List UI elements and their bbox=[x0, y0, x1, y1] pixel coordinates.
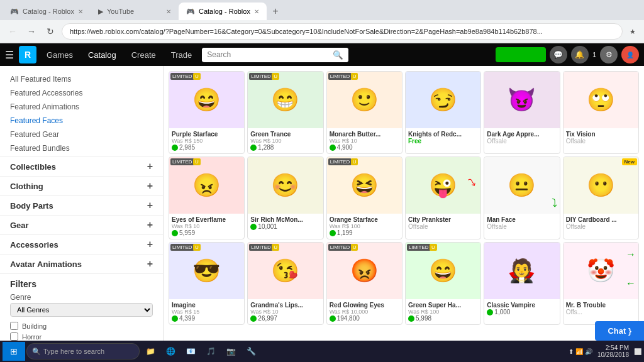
item-16-face: 🧛 bbox=[508, 258, 536, 284]
catalog-item-17[interactable]: 🤡 → ← Mr. B Trouble Offs... bbox=[563, 242, 639, 325]
taskbar-app-2[interactable]: 🌐 bbox=[161, 342, 180, 361]
item-15-was: Was R$ 100 bbox=[408, 309, 478, 315]
notification-button[interactable]: 🔔 bbox=[571, 46, 589, 63]
item-11-price: Offsale bbox=[566, 223, 636, 230]
back-button[interactable]: ← bbox=[5, 24, 20, 39]
item-10-price: Offsale bbox=[487, 223, 557, 230]
item-13-u-badge: U bbox=[272, 244, 279, 251]
catalog-item-15[interactable]: LIMITED U 😄 Green Super Ha... Was R$ 100… bbox=[405, 242, 481, 325]
robux-button[interactable] bbox=[496, 47, 546, 62]
sidebar-body-parts[interactable]: Body Parts + bbox=[0, 195, 163, 215]
tab-3[interactable]: 🎮 Catalog - Roblox ✕ bbox=[179, 3, 267, 20]
sidebar-featured-gear[interactable]: Featured Gear bbox=[0, 128, 163, 141]
filter-building[interactable]: Building bbox=[10, 321, 153, 331]
taskbar: ⊞ 🔍 Type here to search 📁 🌐 📧 🎵 📷 🔧 ⬆ 📶 … bbox=[0, 341, 644, 362]
chat-icon-button[interactable]: 💬 bbox=[550, 46, 567, 63]
item-14-name: Red Glowing Eyes bbox=[330, 302, 399, 309]
sidebar-featured-faces[interactable]: Featured Faces bbox=[0, 114, 163, 128]
roblox-logo[interactable]: R bbox=[19, 46, 36, 63]
nav-catalog[interactable]: Catalog bbox=[83, 50, 121, 60]
item-7-info: Sir Rich McMon... 10,001 bbox=[248, 214, 323, 233]
catalog-item-7[interactable]: 😊 Sir Rich McMon... 10,001 bbox=[247, 156, 323, 239]
new-tab-button[interactable]: + bbox=[267, 3, 284, 20]
nav-create[interactable]: Create bbox=[126, 50, 161, 60]
item-12-price: 4,399 bbox=[172, 315, 242, 322]
catalog-item-13[interactable]: LIMITED U 😘 Grandma's Lips... Was R$ 10 … bbox=[247, 242, 323, 325]
item-8-name: Orange Starface bbox=[330, 216, 399, 223]
catalog-item-8[interactable]: LIMITED U 😆 Orange Starface Was R$ 100 1… bbox=[326, 156, 402, 239]
genre-select[interactable]: All Genres Building Horror Town and City… bbox=[10, 303, 153, 317]
sidebar-gear[interactable]: Gear + bbox=[0, 215, 163, 234]
item-2-limited-badge: LIMITED bbox=[328, 73, 352, 80]
item-6-was: Was R$ 10 bbox=[172, 223, 242, 229]
item-2-was: Was R$ 10 bbox=[330, 138, 399, 144]
sidebar-clothing[interactable]: Clothing + bbox=[0, 176, 163, 195]
catalog-item-11[interactable]: New 😶 DIY Cardboard ... Offsale bbox=[563, 156, 639, 239]
tab-3-close[interactable]: ✕ bbox=[254, 8, 259, 15]
arrow-green: ⤵ bbox=[552, 197, 557, 210]
forward-button[interactable]: → bbox=[24, 24, 39, 39]
catalog-item-5[interactable]: 🙄 Tix Vision Offsale bbox=[563, 71, 639, 154]
search-button[interactable]: 🔍 bbox=[328, 48, 348, 62]
catalog-item-14[interactable]: LIMITED U 😡 Red Glowing Eyes Was R$ 10,0… bbox=[326, 242, 402, 325]
catalog-item-1[interactable]: LIMITED U 😁 Green Trance Was R$ 100 1,28… bbox=[247, 71, 323, 154]
bookmark-icon[interactable]: ★ bbox=[626, 25, 639, 38]
gear-expand: + bbox=[147, 219, 153, 231]
robux-icon-6 bbox=[172, 230, 178, 236]
item-15-image: LIMITED U 😄 bbox=[406, 243, 480, 299]
accessories-expand: + bbox=[147, 239, 153, 250]
catalog-item-0[interactable]: LIMITED U 😄 Purple Starface Was R$ 150 2… bbox=[169, 71, 245, 154]
item-6-name: Eyes of Everflame bbox=[172, 216, 242, 223]
hamburger-menu[interactable]: ☰ bbox=[5, 49, 14, 61]
tab-2-close[interactable]: ✕ bbox=[166, 8, 171, 15]
catalog-item-2[interactable]: LIMITED U 🙂 Monarch Butter... Was R$ 10 … bbox=[326, 71, 402, 154]
item-8-info: Orange Starface Was R$ 100 1,199 bbox=[327, 214, 402, 239]
item-9-info: City Prankster Offsale bbox=[406, 214, 480, 233]
item-10-face: 😐 bbox=[508, 172, 536, 199]
address-input[interactable] bbox=[62, 23, 623, 40]
sidebar-featured-bundles[interactable]: Featured Bundles bbox=[0, 141, 163, 155]
taskbar-app-6[interactable]: 🔧 bbox=[242, 342, 260, 361]
refresh-button[interactable]: ↻ bbox=[43, 24, 58, 39]
item-8-u-badge: U bbox=[351, 158, 358, 165]
item-6-u-badge: U bbox=[193, 158, 201, 165]
item-7-image: 😊 bbox=[248, 157, 323, 214]
taskbar-search[interactable]: 🔍 Type here to search bbox=[26, 343, 140, 359]
catalog-item-4[interactable]: 😈 Dark Age Appre... Offsale bbox=[484, 71, 560, 154]
settings-button[interactable]: ⚙ bbox=[600, 46, 618, 63]
item-0-limited-badge: LIMITED bbox=[170, 73, 194, 80]
item-1-image: LIMITED U 😁 bbox=[248, 72, 323, 128]
item-13-price: 26,997 bbox=[250, 315, 320, 322]
start-button[interactable]: ⊞ bbox=[3, 342, 25, 361]
sidebar-collectibles[interactable]: Collectibles + bbox=[0, 156, 163, 176]
tab-1[interactable]: 🎮 Catalog - Roblox ✕ bbox=[3, 3, 91, 20]
sidebar-accessories[interactable]: Accessories + bbox=[0, 234, 163, 254]
catalog-item-9[interactable]: 😜 ⤵ City Prankster Offsale bbox=[405, 156, 481, 239]
taskbar-app-3[interactable]: 📧 bbox=[181, 342, 200, 361]
catalog-item-12[interactable]: LIMITED U 😎 Imagine Was R$ 15 4,399 bbox=[169, 242, 245, 325]
sidebar-all-featured[interactable]: All Featured Items bbox=[0, 72, 163, 86]
search-input[interactable] bbox=[202, 48, 328, 62]
profile-button[interactable]: 👤 bbox=[621, 46, 639, 63]
catalog-item-10[interactable]: 😐 ⤵ Man Face Offsale bbox=[484, 156, 560, 239]
catalog-item-3[interactable]: 😏 Knights of Redc... Free bbox=[405, 71, 481, 154]
sidebar-featured-accessories[interactable]: Featured Accessories bbox=[0, 86, 163, 100]
collectibles-expand: + bbox=[147, 161, 153, 172]
chat-widget[interactable]: Chat } bbox=[595, 321, 644, 341]
nav-games[interactable]: Games bbox=[42, 50, 78, 60]
sidebar-avatar-animations[interactable]: Avatar Animations + bbox=[0, 254, 163, 273]
catalog-item-16[interactable]: 🧛 Classic Vampire 1,000 bbox=[484, 242, 560, 325]
taskbar-app-1[interactable]: 📁 bbox=[141, 342, 160, 361]
item-11-new-badge: New bbox=[622, 158, 637, 165]
item-12-name: Imagine bbox=[172, 302, 242, 309]
nav-trade[interactable]: Trade bbox=[166, 50, 197, 60]
tab-1-close[interactable]: ✕ bbox=[78, 8, 83, 15]
catalog-item-6[interactable]: LIMITED U 😠 Eyes of Everflame Was R$ 10 … bbox=[169, 156, 245, 239]
taskbar-search-label: Type here to search bbox=[43, 348, 104, 355]
tab-2[interactable]: ▶ YouTube ✕ bbox=[91, 3, 179, 20]
taskbar-app-4[interactable]: 🎵 bbox=[201, 342, 220, 361]
sidebar-featured-animations[interactable]: Featured Animations bbox=[0, 100, 163, 114]
item-17-name: Mr. B Trouble bbox=[566, 302, 636, 309]
taskbar-app-5[interactable]: 📷 bbox=[221, 342, 240, 361]
item-12-face: 😎 bbox=[192, 258, 221, 284]
